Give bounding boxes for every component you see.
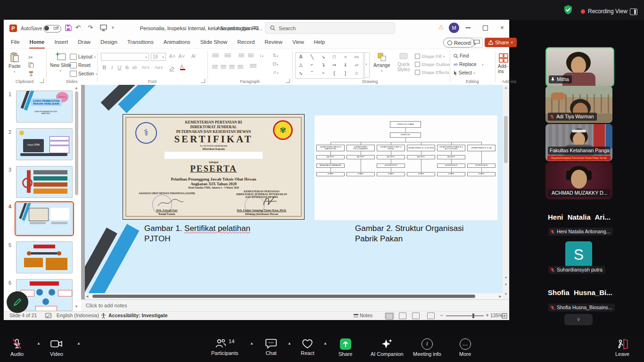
character-spacing-icon[interactable]: AV∨ — [140, 64, 151, 71]
tab-file[interactable]: File — [10, 37, 20, 49]
shape-oval-icon[interactable]: ○ — [341, 53, 350, 61]
tab-record[interactable]: Record — [237, 37, 255, 49]
horizontal-scrollbar[interactable]: ◀ ▶ — [85, 293, 503, 299]
thumbnail-slide-2[interactable]: Unsur CPPB — [16, 128, 73, 160]
horizontal-scroll-thumb[interactable] — [92, 295, 475, 298]
slideshow-view-icon[interactable] — [427, 313, 435, 319]
warning-icon[interactable]: ⚠ — [438, 24, 444, 31]
reset-button[interactable]: Reset — [70, 62, 91, 68]
tab-design[interactable]: Design — [100, 37, 118, 49]
share-document-button[interactable]: Share∨ — [485, 38, 517, 47]
video-tile-achmad[interactable]: ACHMAD MUZAKKY D... — [545, 162, 612, 199]
comments-button[interactable] — [471, 38, 483, 48]
bold-icon[interactable]: B — [101, 64, 108, 71]
language-status[interactable]: English (Indonesia) — [57, 313, 99, 318]
zoom-slider-thumb[interactable] — [472, 313, 474, 318]
smartart-convert-icon[interactable]: ⇗∨ — [272, 70, 279, 75]
minimize-button[interactable] — [465, 25, 471, 31]
chat-button[interactable]: Chat — [265, 338, 277, 356]
meeting-info-button[interactable]: i Meeting info — [413, 338, 441, 357]
scroll-right-icon[interactable]: ▶ — [499, 295, 502, 298]
thumb-scroll-up-icon[interactable]: ▲ — [74, 86, 78, 90]
shape-right-arrow-icon[interactable]: ⇒ — [330, 61, 339, 69]
align-left-icon[interactable] — [212, 65, 218, 69]
shape-rectangle-icon[interactable]: □ — [330, 53, 339, 61]
bullets-icon[interactable] — [212, 54, 219, 58]
tab-home[interactable]: Home — [29, 37, 45, 49]
start-slideshow-icon[interactable] — [100, 25, 107, 31]
orgchart-image[interactable]: DIREKTUR UTAMA DIREKTUR DEPARTEMEN SALES… — [314, 115, 497, 220]
addins-button[interactable]: Add-ins — [498, 53, 509, 74]
slide-counter[interactable]: Slide 4 of 21 — [9, 313, 37, 318]
select-button[interactable]: Select∨ — [454, 70, 475, 75]
underline-icon[interactable]: U — [116, 64, 123, 71]
redo-icon[interactable]: ↷ — [88, 24, 93, 31]
scroll-up-icon[interactable]: ▲ — [503, 86, 509, 89]
shape-scribble-icon[interactable]: ∿ — [297, 70, 305, 78]
cut-icon[interactable]: ✂ — [28, 53, 33, 61]
tab-transitions[interactable]: Transitions — [127, 37, 154, 49]
save-icon[interactable] — [65, 25, 72, 31]
thumb-scroll-down-icon[interactable]: ▼ — [74, 304, 78, 309]
clipboard-dialog-launcher[interactable] — [40, 79, 44, 83]
shape-line-icon[interactable]: ╲ — [308, 53, 316, 61]
align-text-icon[interactable]: ⊟∨ — [272, 61, 279, 66]
proofing-icon[interactable] — [45, 313, 51, 318]
replace-button[interactable]: abReplace∨ — [454, 62, 484, 67]
change-case-icon[interactable]: Aa∨ — [154, 64, 164, 71]
more-button[interactable]: … More — [459, 338, 471, 357]
share-screen-button[interactable]: Share — [339, 338, 352, 357]
zoom-slider[interactable] — [446, 315, 484, 316]
video-tile-fakultas[interactable]: Fakultas Ketahanan Panga... Regulasi/Keb… — [545, 124, 612, 161]
thumbnail-slide-3[interactable] — [16, 166, 73, 198]
participant-big-name[interactable]: Shofia Husna_Bi... — [548, 288, 612, 296]
view-button-label[interactable]: View — [615, 8, 627, 15]
shape-arrow-icon[interactable]: ↘ — [319, 53, 327, 61]
decrease-font-icon[interactable]: A˅ — [178, 53, 185, 60]
clear-formatting-icon[interactable]: A̸ — [190, 53, 197, 60]
section-button[interactable]: Section∨ — [70, 71, 98, 77]
account-avatar[interactable]: M — [449, 23, 459, 33]
copy-icon[interactable] — [28, 61, 34, 70]
thumbnail-slide-5[interactable] — [16, 241, 73, 273]
thumb-scrollbar[interactable] — [75, 91, 78, 195]
participant-big-name[interactable]: Heni Natalia Ari... — [548, 213, 611, 221]
zoom-out-icon[interactable]: − — [440, 312, 443, 319]
zoom-percent[interactable]: 135% — [490, 313, 503, 318]
decrease-indent-icon[interactable] — [239, 54, 244, 58]
view-layout-icon[interactable] — [630, 8, 637, 15]
undo-icon[interactable]: ↶ — [75, 24, 81, 31]
thumbnail-slide-4-selected[interactable] — [16, 203, 73, 235]
shape-outline-button[interactable]: Shape Outline — [415, 62, 450, 67]
font-color-icon[interactable]: A — [180, 64, 185, 70]
shape-triangle-icon[interactable]: △ — [297, 61, 305, 69]
font-dialog-launcher[interactable] — [201, 79, 205, 83]
paragraph-dialog-launcher[interactable] — [286, 79, 290, 83]
increase-indent-icon[interactable] — [248, 54, 254, 58]
justify-icon[interactable] — [238, 65, 243, 69]
normal-view-icon[interactable] — [385, 313, 394, 319]
notes-pane[interactable]: Click to add notes — [81, 299, 509, 311]
shape-effects-button[interactable]: Shape Effects — [415, 70, 449, 75]
notes-toggle[interactable]: Notes — [354, 313, 372, 318]
record-button[interactable]: Record — [443, 38, 475, 48]
shapes-scroll[interactable]: ∨ — [363, 52, 370, 78]
participants-options-chevron[interactable]: ▲ — [250, 341, 254, 346]
shape-star-icon[interactable]: ☆ — [352, 70, 361, 78]
columns-icon[interactable] — [250, 64, 256, 68]
fit-slide-icon[interactable] — [502, 313, 507, 319]
shape-elbow-arrow-icon[interactable]: ↴ — [319, 61, 327, 69]
shape-left-brace-icon[interactable]: { — [330, 70, 339, 78]
panel-collapse-button[interactable]: ∨ — [564, 314, 593, 325]
maximize-button[interactable] — [482, 25, 488, 31]
zoom-in-icon[interactable]: + — [486, 312, 489, 319]
scroll-down-icon[interactable]: ▼ — [503, 292, 509, 296]
avatar-suhardiansyah[interactable]: S — [565, 241, 592, 268]
caption-gambar-1[interactable]: Gambar 1. Sertifikat pelatihan PJTOH — [144, 223, 267, 244]
format-painter-icon[interactable] — [28, 70, 34, 78]
vertical-scroll-thumb[interactable] — [504, 116, 508, 163]
react-options-chevron[interactable]: ▲ — [323, 341, 327, 346]
numbering-icon[interactable] — [224, 54, 231, 58]
italic-icon[interactable]: I — [108, 64, 116, 71]
font-name-combo[interactable]: ∨ — [101, 53, 149, 61]
